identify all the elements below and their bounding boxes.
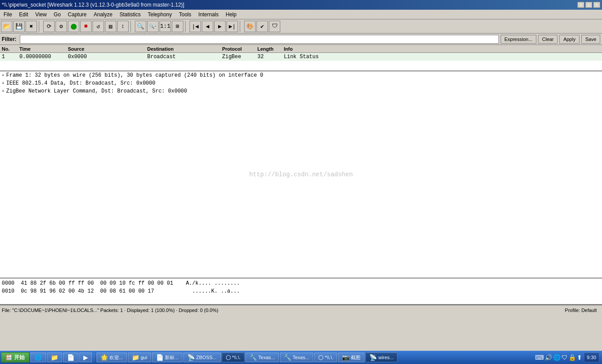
menu-go[interactable]: Go [50,11,64,19]
browser-icon: 🌐 [34,354,42,361]
title-text: *\\.\pipe\ws_socket [Wireshark 1.12.3 (v… [2,2,184,8]
taskbar: 🪟 开始 🌐 📁 📄 ▶ 🌟 欢迎... 📁 gui 📄 新标... 📡 ZBO… [0,351,602,364]
watermark: http://blog.csdn.net/sadshen [249,171,353,178]
col-header-info: Info [282,46,602,52]
go-last-button[interactable]: ▶| [227,21,238,32]
go-prev-button[interactable]: ◀ [202,21,213,32]
clear-button[interactable]: Clear [538,35,557,44]
taskbar-btn-texas2[interactable]: 🔧 Texas... [280,353,313,362]
firewall-button[interactable]: 🛡 [269,21,280,32]
start-icon: 🪟 [6,354,12,360]
zoom-out-button[interactable]: 🔍- [147,21,159,32]
close-button[interactable]: × [593,2,600,8]
screenshot-icon: 📷 [342,354,349,361]
menu-statistics[interactable]: Statistics [116,11,144,19]
detail-row-ieee[interactable]: + IEEE 802.15.4 Data, Dst: Broadcast, Sr… [0,79,602,87]
restart-capture-button[interactable]: ↺ [93,21,104,32]
taskbar-btn-browser[interactable]: 🌐 [30,353,46,362]
colorize-button[interactable]: 🎨 [244,21,256,32]
expand-icon-ieee[interactable]: + [2,81,4,86]
zoom-in-button[interactable]: 🔍 [135,21,146,32]
taskbar-label-zboss: ZBOSS... [196,355,216,360]
status-left: File: "C:\DOCUME~1\PHOENI~1\LOCALS..." P… [2,308,565,313]
go-next-button[interactable]: ▶ [214,21,226,32]
menu-capture[interactable]: Capture [64,11,90,19]
cell-destination: Broadcast [145,54,220,60]
menu-tools[interactable]: Tools [175,11,195,19]
filter-input[interactable] [20,35,498,44]
normal-size-button[interactable]: 1:1 [160,21,171,32]
taskbar-btn-texas1[interactable]: 🔧 Texas... [245,353,279,362]
menu-help[interactable]: Help [222,11,240,19]
col-header-source: Source [66,46,145,52]
newtab-icon: 📄 [156,354,164,361]
mark-button[interactable]: ✔ [256,21,268,32]
save-button[interactable]: Save [581,35,600,44]
pipe1-icon: ⬡ [226,354,231,361]
tray-icon-keyboard: ⌨ [535,354,544,361]
expand-icon-frame[interactable]: + [2,73,4,78]
cell-protocol: ZigBee [220,54,256,60]
start-label: 开始 [14,354,25,361]
taskbar-btn-screenshot[interactable]: 📷 截图 [338,353,364,362]
maximize-button[interactable]: 1 [585,2,592,8]
open-filter-button[interactable]: ▤ [105,21,116,32]
doc-icon: 📄 [67,354,74,361]
taskbar-btn-media[interactable]: ▶ [79,353,92,362]
taskbar-btn-wireshark[interactable]: 📡 wires... [365,353,398,362]
capture-options-button[interactable]: ⚙ [56,21,67,32]
resize-cols-button[interactable]: ⊞ [172,21,183,32]
clock-area: 9:30 [584,353,599,362]
taskbar-btn-gui[interactable]: 📁 gui [128,353,151,362]
tray-icon-upload: ⬆ [577,354,582,361]
hex-dump: 0000 41 88 2f 6b 00 ff ff 00 00 09 10 fc… [0,279,602,305]
menu-internals[interactable]: Internals [195,11,222,19]
table-row[interactable]: 1 0.00000000 0x0000 Broadcast ZigBee 32 … [0,53,602,61]
autoscroll-button[interactable]: ↕ [117,21,129,32]
texas1-icon: 🔧 [249,354,257,361]
menu-bar: File Edit View Go Capture Analyze Statis… [0,10,602,19]
pipe2-icon: ⬡ [318,354,323,361]
menu-view[interactable]: View [32,11,50,19]
detail-row-zigbee[interactable]: + ZigBee Network Layer Command, Dst: Bro… [0,87,602,95]
detail-text-ieee: IEEE 802.15.4 Data, Dst: Broadcast, Src:… [6,80,155,86]
taskbar-label-gui: gui [141,355,147,360]
taskbar-label-texas2: Texas... [293,355,309,360]
open-button[interactable]: 📂 [1,21,12,32]
expand-icon-zigbee[interactable]: + [2,89,4,94]
close-capture-button[interactable]: ✖ [26,21,37,32]
toolbar: 📂 💾 ✖ ⟳ ⚙ ⬤ ■ ↺ ▤ ↕ 🔍 🔍- 1:1 ⊞ |◀ ◀ ▶ ▶|… [0,19,602,33]
gui-icon: 📁 [132,354,139,361]
taskbar-btn-explorer[interactable]: 📁 [47,353,62,362]
col-header-length: Length [256,46,282,52]
expression-button[interactable]: Expression... [501,35,537,44]
taskbar-btn-welcome[interactable]: 🌟 欢迎... [97,353,127,362]
go-first-button[interactable]: |◀ [190,21,201,32]
taskbar-btn-zboss[interactable]: 📡 ZBOSS... [183,353,220,362]
save-button[interactable]: 💾 [13,21,25,32]
menu-analyze[interactable]: Analyze [90,11,116,19]
menu-edit[interactable]: Edit [15,11,32,19]
apply-button[interactable]: Apply [559,35,580,44]
minimize-button[interactable]: 0 [577,2,584,8]
reload-button[interactable]: ⟳ [43,21,55,32]
col-header-destination: Destination [145,46,220,52]
taskbar-btn-doc[interactable]: 📄 [63,353,78,362]
cell-no: 1 [0,54,18,60]
title-bar: *\\.\pipe\ws_socket [Wireshark 1.12.3 (v… [0,0,602,10]
taskbar-btn-pipe1[interactable]: ⬡ *\\.\. [222,353,245,362]
cell-source: 0x0000 [66,54,145,60]
taskbar-btn-pipe2[interactable]: ⬡ *\\.\. [314,353,338,362]
start-capture-button[interactable]: ⬤ [68,21,79,32]
packet-detail[interactable]: + Frame 1: 32 bytes on wire (256 bits), … [0,71,602,279]
stop-capture-button[interactable]: ■ [80,21,92,32]
hex-row-0000: 0000 41 88 2f 6b 00 ff ff 00 00 09 10 fc… [2,279,600,287]
menu-file[interactable]: File [0,11,15,19]
detail-row-frame[interactable]: + Frame 1: 32 bytes on wire (256 bits), … [0,71,602,79]
tray-icons: ⌨ 🔊 🌐 🛡 🔒 ⬆ [535,354,582,361]
start-button[interactable]: 🪟 开始 [1,352,30,363]
taskbar-label-texas1: Texas... [258,355,275,360]
wireshark-icon: 📡 [369,354,377,361]
taskbar-btn-newtab[interactable]: 📄 新标... [152,353,182,362]
menu-telephony[interactable]: Telephony [144,11,175,19]
